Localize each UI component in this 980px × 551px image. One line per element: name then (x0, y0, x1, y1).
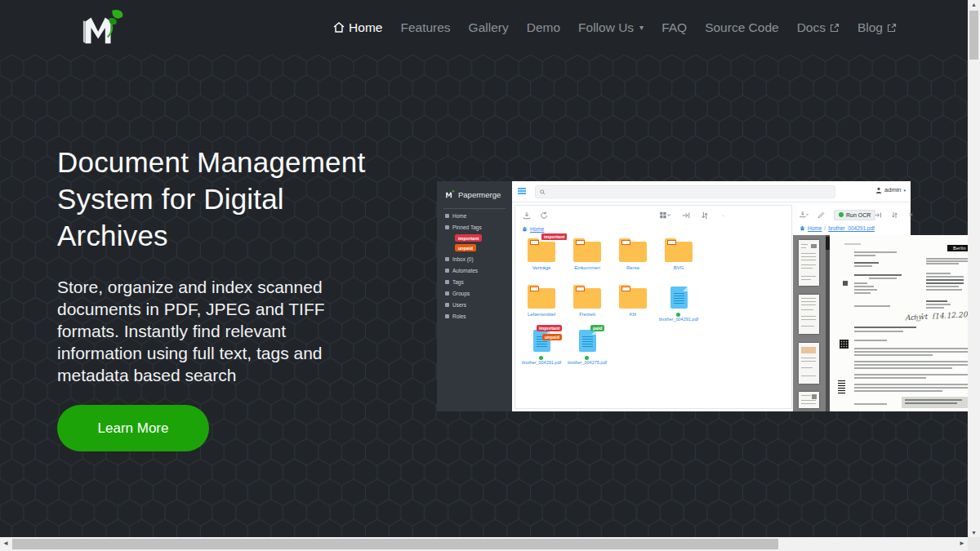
download-dropdown-icon[interactable] (800, 211, 808, 220)
viewer-breadcrumb[interactable]: Home / brother_004291.pdf (800, 225, 875, 231)
page-thumbnail[interactable] (799, 392, 819, 408)
search-input[interactable] (549, 189, 831, 195)
document-name[interactable]: brother_004275.pdf (566, 355, 608, 365)
folder-item[interactable]: Verträge (520, 242, 563, 270)
view-mode-dropdown-icon[interactable] (658, 211, 671, 220)
page-thumbnail[interactable] (799, 295, 819, 334)
scroll-up-arrow[interactable]: ▲ (968, 2, 980, 7)
folder-name[interactable]: Verträge (520, 265, 563, 270)
ocr-status-icon (839, 212, 844, 217)
file-tag-unpaid[interactable]: unpaid (542, 334, 562, 340)
pinned-tag-unpaid[interactable]: unpaid (455, 244, 476, 251)
breadcrumb-home-link[interactable]: Home (808, 225, 822, 231)
sidebar-item-inbox[interactable]: Inbox (0) (445, 256, 474, 262)
folder-item[interactable]: Kfz (612, 288, 654, 317)
folder-name[interactable]: Lebensmittel (520, 312, 563, 317)
nav-blog[interactable]: Blog (850, 16, 904, 40)
nav-follow-us-dropdown[interactable]: Follow Us ▾ (571, 16, 651, 40)
nav-source-code[interactable]: Source Code (697, 16, 786, 40)
home-icon (522, 226, 528, 232)
scroll-left-arrow[interactable]: ◄ (2, 540, 9, 547)
folder-item[interactable]: Lebensmittel (520, 288, 563, 317)
nav-follow-us-label: Follow Us (578, 20, 634, 35)
folder-icon (573, 242, 601, 262)
roles-icon (445, 314, 449, 318)
nav-gallery-label: Gallery (469, 20, 509, 35)
folder-name[interactable]: Einkommen (566, 265, 608, 270)
breadcrumb-home-link[interactable]: Home (530, 226, 544, 232)
page-title: Document Management System for Digital A… (57, 144, 400, 254)
home-icon (333, 22, 345, 33)
breadcrumb-doc-link[interactable]: brother_004291.pdf (828, 225, 875, 231)
app-topbar: admin ▾ (512, 181, 911, 202)
pinned-tag-important[interactable]: important (455, 234, 482, 242)
dragged-tag-important[interactable]: important (541, 233, 568, 241)
collapse-panel-icon[interactable] (874, 211, 883, 220)
document-name[interactable]: brother_004291.pdf (657, 312, 700, 322)
folder-icon (665, 242, 693, 262)
file-tag-paid[interactable]: paid (590, 325, 604, 331)
more-options-icon[interactable]: · (719, 211, 728, 220)
folder-name[interactable]: Freizeit (566, 312, 608, 317)
search-bar[interactable] (535, 185, 835, 198)
nav-demo[interactable]: Demo (519, 16, 568, 40)
folder-item[interactable]: Rente (612, 242, 654, 270)
vertical-scrollbar[interactable]: ▲ ▼ (968, 0, 980, 537)
nav-features[interactable]: Features (393, 16, 457, 40)
user-menu[interactable]: admin ▾ (875, 186, 906, 193)
folder-item[interactable]: BVG (657, 242, 700, 270)
sidebar-item-tags[interactable]: Tags (445, 279, 464, 285)
sidebar-item-automates[interactable]: Automates (445, 268, 478, 273)
nav-gallery[interactable]: Gallery (461, 16, 516, 40)
sidebar-item-label: Home (452, 213, 466, 219)
sidebar-item-label: Pinned Tags (452, 224, 482, 230)
papermerge-logo-icon (444, 189, 455, 199)
folder-name[interactable]: BVG (657, 265, 700, 270)
close-icon[interactable]: × (906, 211, 915, 220)
scroll-down-arrow[interactable]: ▼ (968, 530, 980, 535)
folder-item[interactable]: Einkommen (566, 242, 608, 270)
heading-line: Archives (57, 217, 400, 254)
refresh-icon[interactable] (539, 211, 548, 220)
nav-faq-label: FAQ (662, 20, 687, 35)
folder-name[interactable]: Rente (612, 265, 654, 270)
nav-faq[interactable]: FAQ (654, 16, 694, 40)
document-item[interactable]: paid brother_004275.pdf (566, 330, 608, 365)
scroll-right-arrow[interactable]: ► (959, 540, 965, 547)
upload-icon[interactable] (522, 211, 531, 220)
run-ocr-button[interactable]: Run OCR (834, 210, 875, 220)
nav-docs[interactable]: Docs (790, 16, 847, 40)
sidebar-item-roles[interactable]: Roles (445, 313, 466, 319)
swap-panels-icon[interactable] (700, 211, 709, 220)
sidebar-item-label: Automates (452, 268, 478, 273)
commander-breadcrumb[interactable]: Home (522, 226, 544, 232)
swap-panels-icon[interactable] (890, 211, 899, 220)
sidebar-item-users[interactable]: Users (445, 302, 466, 308)
file-tag-important[interactable]: important (537, 325, 562, 331)
document-item[interactable]: important unpaid brother_004291.pdf (520, 330, 563, 365)
horizontal-scrollbar[interactable]: ◄ ► (0, 537, 968, 551)
rename-pencil-icon[interactable] (817, 211, 826, 220)
user-icon (875, 187, 882, 193)
folder-item[interactable]: Freizeit (566, 288, 608, 317)
sidebar-item-home[interactable]: Home (445, 213, 466, 219)
document-name[interactable]: brother_004291.pdf (520, 355, 563, 365)
learn-more-button[interactable]: Learn More (57, 405, 209, 451)
page-thumbnail[interactable] (799, 240, 819, 286)
document-page[interactable]: Berlin Ach͜w (830, 235, 980, 411)
commander-panel: · Home important Verträge Einkommen Rent… (514, 205, 792, 409)
sidebar-item-pinned-tags[interactable]: Pinned Tags (445, 224, 482, 230)
vertical-scrollbar-thumb[interactable] (969, 11, 978, 60)
menu-toggle-icon[interactable] (518, 188, 526, 195)
folder-icon (528, 242, 555, 262)
papermerge-logo[interactable] (78, 7, 125, 48)
nav-home[interactable]: Home (326, 16, 390, 40)
sidebar-item-groups[interactable]: Groups (445, 291, 470, 296)
folder-name[interactable]: Kfz (612, 312, 654, 317)
app-brand[interactable]: Papermerge (444, 189, 501, 199)
page-thumbnail[interactable] (799, 343, 819, 384)
expand-panel-icon[interactable] (681, 211, 690, 220)
sidebar-item-label: Tags (452, 279, 464, 285)
document-item[interactable]: brother_004291.pdf (657, 287, 700, 322)
horizontal-scrollbar-thumb[interactable] (12, 539, 778, 549)
